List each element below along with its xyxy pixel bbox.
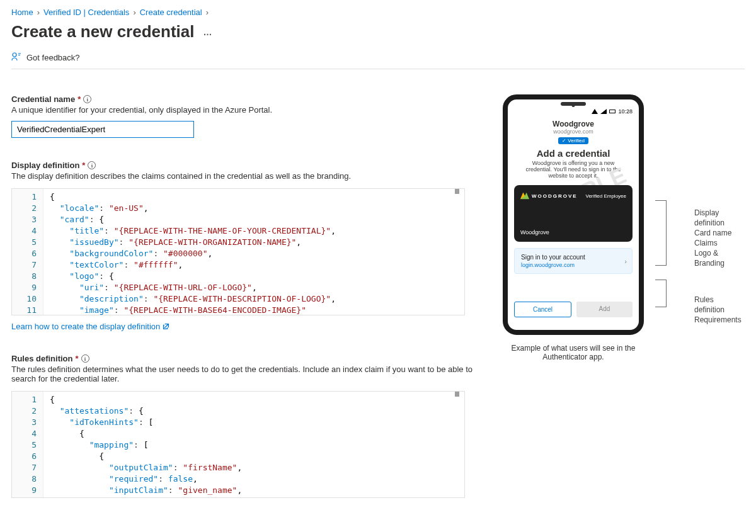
logo-icon [520,191,529,200]
required-asterisk: * [76,354,79,363]
chevron-right-icon: › [206,8,209,17]
signin-domain: login.woodgrove.com [521,262,626,268]
info-icon[interactable]: i [88,161,96,169]
time-label: 10:28 [618,108,633,115]
battery-icon [609,110,616,113]
add-credential-subtitle: Woodgrove is offering you a new [514,160,633,166]
phone-preview: 10:28 Woodgrove woodgrove.com ✓ Verified… [503,94,644,335]
verified-badge: ✓ Verified [558,137,588,144]
chevron-right-icon: › [133,8,135,17]
credential-name-desc: A unique identifier for your credential,… [11,105,478,115]
annotation-display-definition: Display definition Card name Claims Logo… [694,208,731,268]
editor-gutter: 1234567891011 [12,189,43,315]
feedback-link[interactable]: Got feedback? [26,53,80,62]
wifi-icon [592,109,598,114]
credential-name-input[interactable] [11,121,194,138]
required-asterisk: * [77,94,81,104]
editor-content[interactable]: { "locale": "en-US", "card": { "title": … [12,189,464,315]
learn-display-definition-link[interactable]: Learn how to create the display definiti… [11,322,169,331]
preview-caption: Example of what users will see in the Au… [503,344,644,361]
display-definition-desc: The display definition describes the cla… [11,171,478,181]
resize-handle[interactable] [455,188,459,194]
add-credential-subtitle: credential. You'll need to sign in to th… [514,166,633,173]
display-definition-label: Display definition [11,161,79,170]
annotation-bracket [655,200,667,266]
rules-definition-editor[interactable]: 123456789 { "attestations": { "idTokenHi… [11,391,465,498]
card-brand: WOODGROVE [532,193,578,199]
breadcrumb: Home › Verified ID | Credentials › Creat… [11,5,745,20]
add-credential-title: Add a credential [514,148,633,159]
editor-content[interactable]: { "attestations": { "idTokenHints": [ { … [12,392,464,498]
credential-name-label: Credential name [11,94,75,104]
add-credential-subtitle: website to accept it. [514,173,633,179]
display-definition-block: Display definition * i The display defin… [11,161,478,331]
signin-title: Sign in to your account [521,254,626,261]
external-link-icon [163,323,169,330]
cancel-button[interactable]: Cancel [514,302,571,317]
annotation-bracket [655,280,667,307]
info-icon[interactable]: i [81,354,89,363]
breadcrumb-verified-id[interactable]: Verified ID | Credentials [43,8,129,17]
signal-icon [600,109,607,114]
add-button[interactable]: Add [576,302,633,317]
phone-statusbar: 10:28 [508,106,639,115]
rules-definition-block: Rules definition * i The rules definitio… [11,354,478,498]
org-domain: woodgrove.com [514,128,633,135]
annotation-rules-definition: Rules definition Requirements [694,295,742,325]
rules-definition-desc: The rules definition determines what the… [11,365,478,383]
card-issuer: Woodgrove [520,229,549,235]
signin-card: Sign in to your account login.woodgrove.… [514,248,633,274]
link-text: Learn how to create the display definiti… [11,322,160,331]
resize-handle[interactable] [455,391,459,397]
card-type: Verified Employee [586,193,626,199]
camera-dot-icon [572,104,575,107]
org-name: Woodgrove [514,120,633,128]
breadcrumb-home[interactable]: Home [11,8,33,17]
chevron-right-icon: › [37,8,40,17]
credential-card-preview: WOODGROVE Verified Employee Woodgrove [514,185,633,242]
credential-name-block: Credential name * i A unique identifier … [11,94,478,138]
feedback-icon [11,52,21,64]
breadcrumb-create-credential[interactable]: Create credential [140,8,202,17]
rules-definition-label: Rules definition [11,354,73,363]
display-definition-editor[interactable]: 1234567891011 { "locale": "en-US", "card… [11,188,465,315]
required-asterisk: * [82,161,85,170]
more-button[interactable]: … [203,27,213,37]
info-icon[interactable]: i [83,95,91,103]
chevron-right-icon: › [624,258,627,265]
page-title: Create a new credential … [11,22,745,42]
svg-point-0 [13,53,16,57]
page-title-text: Create a new credential [11,22,194,42]
editor-gutter: 123456789 [12,392,43,497]
